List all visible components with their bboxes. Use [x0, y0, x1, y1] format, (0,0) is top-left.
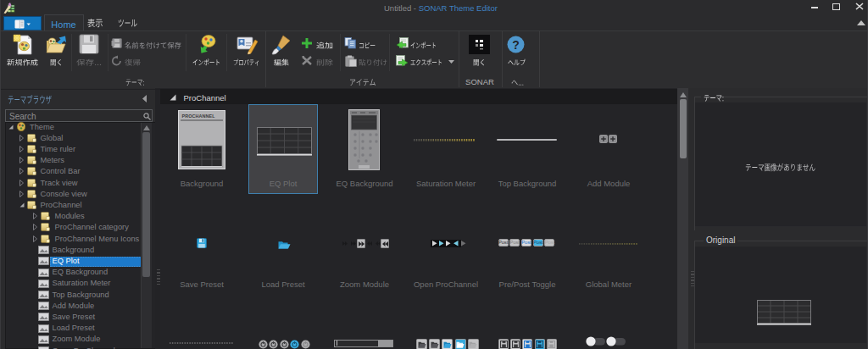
- svg-text:?: ?: [512, 38, 520, 52]
- svg-text:PROCHANNEL: PROCHANNEL: [182, 114, 216, 119]
